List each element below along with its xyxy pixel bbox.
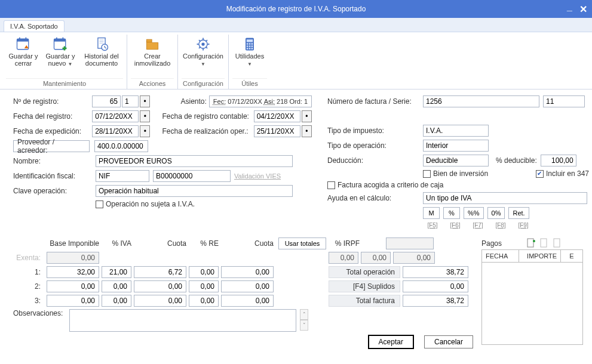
r3-cuota2[interactable] — [221, 295, 274, 307]
r2-base[interactable] — [47, 280, 99, 292]
ident-fiscal-tipo-select[interactable] — [96, 170, 149, 182]
n-registro-input[interactable] — [92, 95, 121, 107]
r2-pctre[interactable] — [189, 280, 219, 292]
fecha-reg-cont-cal-button[interactable]: • — [302, 110, 312, 122]
tipo-oper-select[interactable] — [423, 140, 489, 152]
op-no-sujeta-checkbox[interactable]: Operación no sujeta a I.V.A. — [96, 200, 195, 208]
col-cuota2-header: Cuota — [221, 239, 274, 248]
proveedor-button[interactable]: Proveedor / acreedor: — [13, 140, 90, 152]
calc-pctpct-button[interactable]: %% — [464, 207, 484, 219]
svg-rect-33 — [247, 45, 249, 47]
factura-caja-checkbox[interactable]: Factura acogida a criterio de caja — [327, 181, 443, 189]
ribbon-group-mantenimiento: Mantenimiento — [6, 78, 123, 89]
calendar-save-icon — [14, 36, 32, 53]
r3-pctre[interactable] — [189, 295, 219, 307]
total-fact-value — [403, 295, 468, 307]
ribbon-group-configuracion: Configuración — [182, 78, 225, 89]
nombre-label: Nombre: — [13, 157, 96, 165]
fecha-reg-cont-input[interactable] — [254, 110, 300, 122]
col-pctiva-header: % IVA — [102, 239, 131, 248]
r3-base[interactable] — [47, 295, 99, 307]
row1-label: 1: — [13, 268, 44, 276]
svg-rect-39 — [527, 239, 533, 247]
pagos-table: FECHA IMPORTE E — [481, 249, 583, 345]
historial-documento-button[interactable]: Historial del documento — [80, 35, 123, 78]
total-fact-label: Total factura — [329, 295, 400, 307]
calc-0pct-button[interactable]: 0% — [487, 207, 505, 219]
r1-cuota2[interactable] — [221, 266, 274, 278]
r1-pctre[interactable] — [189, 266, 219, 278]
col-pctirpf-header: % IRPF — [330, 239, 360, 248]
r1-pctiva[interactable] — [102, 266, 131, 278]
svg-line-26 — [199, 47, 201, 48]
r2-pctiva[interactable] — [102, 280, 131, 292]
r1-base[interactable] — [47, 266, 99, 278]
fecha-registro-input[interactable] — [92, 110, 139, 122]
calc-m-button[interactable]: M — [423, 207, 440, 219]
calc-ret-button[interactable]: Ret. — [508, 207, 529, 219]
pagos-col-importe: IMPORTE — [519, 250, 561, 262]
guardar-cerrar-button[interactable]: Guardar y cerrar — [6, 35, 41, 78]
tipo-oper-label: Tipo de operación: — [327, 141, 423, 150]
irpf-b — [361, 252, 391, 264]
irpf-a — [329, 252, 358, 264]
configuracion-button[interactable]: Configuración ▼ — [182, 35, 225, 78]
asiento-display: Fec: 07/12/20XX Asi: 218 Ord: 1 — [209, 95, 312, 107]
fecha-exped-input[interactable] — [92, 125, 139, 137]
asiento-label: Asiento: — [161, 97, 207, 106]
fecha-real-oper-input[interactable] — [254, 125, 300, 137]
col-base-header: Base Imponible — [47, 239, 99, 248]
r3-pctiva[interactable] — [102, 295, 131, 307]
svg-rect-42 — [541, 239, 547, 247]
serie-input[interactable] — [543, 95, 585, 107]
doc-add-icon[interactable] — [526, 237, 536, 248]
observaciones-scroll[interactable]: ˄ ˅ — [300, 309, 308, 331]
doc-view-icon[interactable] — [539, 237, 550, 248]
minimize-button[interactable]: _ — [567, 2, 572, 13]
r1-cuota[interactable] — [134, 266, 186, 278]
r2-cuota[interactable] — [134, 280, 186, 292]
tab-iva-soportado[interactable]: I.V.A. Soportado — [4, 20, 65, 32]
usar-totales-button[interactable]: Usar totales — [278, 237, 326, 249]
pagos-label: Pagos — [481, 239, 502, 248]
ayuda-calc-select[interactable] — [423, 192, 587, 204]
incluir-347-checkbox[interactable]: Incluir en 347 — [536, 169, 589, 178]
guardar-nuevo-button[interactable]: Guardar y nuevo ▼ — [43, 35, 78, 78]
fecha-real-oper-cal-button[interactable]: • — [302, 125, 312, 137]
svg-rect-29 — [247, 39, 253, 42]
validacion-vies-link[interactable]: Validación VIES — [234, 172, 281, 180]
nombre-input[interactable] — [96, 155, 293, 167]
ribbon: Guardar y cerrar Guardar y nuevo ▼ Histo… — [0, 32, 592, 90]
proveedor-input[interactable] — [94, 140, 148, 152]
svg-rect-38 — [251, 48, 253, 50]
n-registro-more-button[interactable]: • — [140, 95, 150, 107]
suplidos-value[interactable] — [403, 280, 468, 292]
pct-deducible-input[interactable] — [541, 155, 576, 166]
fecha-registro-cal-button[interactable]: • — [140, 110, 150, 122]
row3-label: 3: — [13, 297, 44, 305]
deduccion-select[interactable] — [423, 155, 489, 166]
irpf-extra-select[interactable] — [386, 237, 434, 249]
aceptar-button[interactable]: Aceptar — [369, 335, 413, 348]
tipo-impuesto-label: Tipo de impuesto: — [327, 127, 423, 135]
deduccion-label: Deducción: — [327, 156, 423, 165]
svg-rect-32 — [251, 43, 253, 45]
doc-del-icon[interactable] — [552, 237, 563, 248]
ident-fiscal-input[interactable] — [153, 170, 231, 182]
utilidades-button[interactable]: Utilidades ▼ — [232, 35, 267, 78]
r3-cuota[interactable] — [134, 295, 186, 307]
r2-cuota2[interactable] — [221, 280, 274, 292]
clave-oper-select[interactable] — [96, 185, 293, 197]
fecha-exped-cal-button[interactable]: • — [140, 125, 150, 137]
crear-inmovilizado-button[interactable]: Crear inmovilizado — [131, 35, 174, 78]
observaciones-textarea[interactable] — [69, 309, 296, 332]
num-factura-input[interactable] — [423, 95, 539, 107]
tabstrip: I.V.A. Soportado — [0, 18, 592, 32]
cancelar-button[interactable]: Cancelar — [424, 335, 473, 348]
scroll-down-icon: ˅ — [300, 320, 308, 331]
calc-pct-button[interactable]: % — [443, 207, 460, 219]
n-registro-seq-select[interactable] — [122, 95, 139, 107]
close-button[interactable]: ✕ — [579, 4, 587, 15]
tipo-impuesto-select[interactable] — [423, 125, 489, 137]
bien-inversion-checkbox[interactable]: Bien de inversión — [423, 169, 488, 178]
